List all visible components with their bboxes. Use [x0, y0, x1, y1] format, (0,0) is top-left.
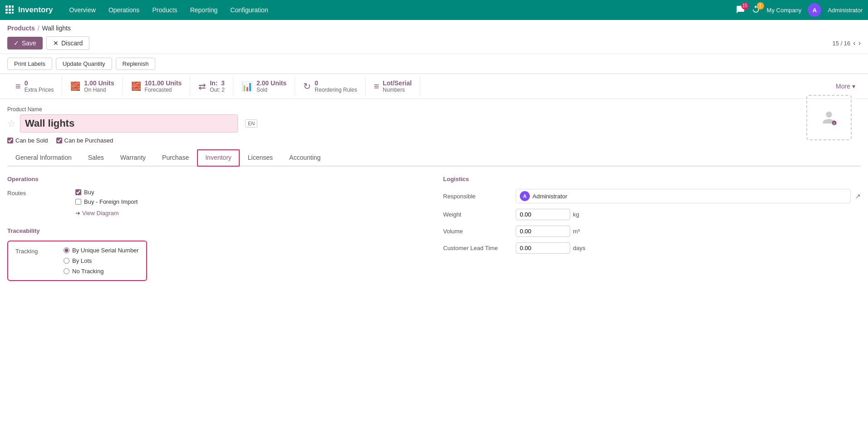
reorder-icon: ↻	[303, 81, 311, 92]
weight-label: Weight	[443, 211, 516, 218]
responsible-name: Administrator	[533, 193, 567, 200]
logistics-section-title: Logistics	[443, 176, 861, 182]
tab-general-information[interactable]: General Information	[7, 149, 80, 167]
volume-input[interactable]	[516, 226, 570, 237]
onhand-icon: 🧱	[70, 81, 80, 91]
update-quantity-button[interactable]: Update Quantity	[56, 58, 112, 70]
main-nav: Overview Operations Products Reporting C…	[64, 4, 736, 16]
tab-warranty[interactable]: Warranty	[112, 149, 154, 167]
traceability-section-title: Traceability	[7, 227, 425, 234]
lead-time-input[interactable]	[516, 242, 570, 254]
tab-content-inventory: Operations Routes Buy Buy - Foreign Impo…	[7, 176, 861, 288]
responsible-value: A Administrator ↗	[516, 189, 861, 203]
tracking-serial-radio[interactable]	[64, 247, 69, 253]
tracking-none: No Tracking	[64, 268, 139, 275]
replenish-button[interactable]: Replenish	[116, 58, 156, 70]
favorite-icon[interactable]: ☆	[7, 118, 15, 129]
nav-configuration[interactable]: Configuration	[225, 4, 273, 16]
right-column: Logistics Responsible A Administrator ↗ …	[443, 176, 861, 281]
svg-rect-8	[12, 12, 14, 14]
breadcrumb: Products / Wall lights	[0, 20, 868, 34]
stat-forecasted[interactable]: 🧱 101.00 Units Forecasted	[123, 77, 191, 96]
tracking-serial: By Unique Serial Number	[64, 247, 139, 254]
refresh-button[interactable]: 1	[751, 5, 760, 15]
lead-time-value: days	[516, 242, 861, 254]
user-avatar[interactable]: A	[808, 3, 821, 17]
svg-rect-3	[5, 9, 8, 11]
tab-inventory[interactable]: Inventory	[197, 149, 240, 167]
stat-lot-serial[interactable]: ≡ Lot/Serial Numbers	[365, 77, 420, 96]
forecast-icon: 🧱	[131, 81, 141, 91]
routes-value: Buy Buy - Foreign Import ➜ View Diagram	[75, 189, 425, 217]
stat-extra-prices[interactable]: ≡ 0 Extra Prices	[7, 77, 62, 96]
tab-purchase[interactable]: Purchase	[154, 149, 197, 167]
traceability-section: Traceability Tracking By Unique Serial N…	[7, 227, 425, 281]
weight-row: Weight kg	[443, 209, 861, 220]
messages-button[interactable]: 15	[736, 5, 745, 15]
print-labels-button[interactable]: Print Labels	[7, 58, 52, 70]
route-buy-checkbox[interactable]	[75, 189, 81, 195]
breadcrumb-current: Wall lights	[42, 25, 71, 32]
next-page-button[interactable]: ›	[858, 39, 861, 47]
route-foreign-import-checkbox[interactable]	[75, 199, 81, 205]
routes-label: Routes	[7, 189, 75, 197]
tracking-none-label: No Tracking	[72, 268, 104, 275]
more-button[interactable]: More ▾	[830, 80, 861, 93]
svg-rect-6	[5, 12, 8, 14]
btn-toolbar: Print Labels Update Quantity Replenish	[0, 54, 868, 74]
product-name-row: ☆ EN	[7, 114, 861, 133]
nav-overview[interactable]: Overview	[64, 4, 101, 16]
tracking-none-radio[interactable]	[64, 268, 69, 274]
save-button[interactable]: ✓ Save	[7, 37, 43, 49]
photo-upload[interactable]: +	[806, 95, 852, 140]
nav-products[interactable]: Products	[147, 4, 182, 16]
responsible-row: Responsible A Administrator ↗	[443, 189, 861, 203]
product-name-input[interactable]	[20, 114, 238, 133]
tab-sales[interactable]: Sales	[80, 149, 112, 167]
tab-licenses[interactable]: Licenses	[240, 149, 281, 167]
checkboxes-row: Can be Sold Can be Purchased	[7, 137, 861, 144]
weight-value: kg	[516, 209, 861, 220]
action-bar: ✓ Save ✕ Discard 15 / 16 ‹ ›	[0, 34, 868, 54]
routes-field: Routes Buy Buy - Foreign Import ➜	[7, 189, 425, 217]
stat-sold[interactable]: 📊 2.00 Units Sold	[233, 77, 295, 96]
check-icon: ✓	[14, 39, 19, 47]
external-link-icon[interactable]: ↗	[855, 192, 861, 200]
lot-icon: ≡	[374, 81, 379, 92]
tracking-options: By Unique Serial Number By Lots No Track…	[64, 247, 139, 275]
prev-page-button[interactable]: ‹	[853, 39, 855, 47]
stat-in-out[interactable]: ⇄ In: 3 Out: 2	[190, 77, 233, 96]
tracking-serial-label: By Unique Serial Number	[72, 247, 139, 254]
view-diagram-link[interactable]: ➜ View Diagram	[75, 210, 425, 217]
transfer-icon: ⇄	[198, 81, 206, 92]
top-nav: Inventory Overview Operations Products R…	[0, 0, 868, 20]
nav-reporting[interactable]: Reporting	[185, 4, 223, 16]
responsible-field[interactable]: A Administrator	[516, 189, 851, 203]
volume-label: Volume	[443, 228, 516, 235]
svg-rect-1	[9, 5, 11, 8]
tracking-label: Tracking	[15, 247, 56, 255]
route-foreign-import-label: Buy - Foreign Import	[84, 198, 138, 205]
weight-input[interactable]	[516, 209, 570, 220]
list-icon: ≡	[15, 81, 21, 92]
stat-reorder-rules[interactable]: ↻ 0 Reordering Rules	[295, 77, 365, 96]
route-list: Buy Buy - Foreign Import ➜ View Diagram	[75, 189, 425, 217]
stat-on-hand[interactable]: 🧱 1.00 Units On Hand	[62, 77, 123, 96]
pagination: 15 / 16 ‹ ›	[833, 39, 861, 47]
tracking-lots-radio[interactable]	[64, 258, 69, 264]
apps-icon[interactable]	[5, 5, 14, 15]
lead-time-unit: days	[573, 245, 585, 251]
can-be-sold-checkbox[interactable]: Can be Sold	[7, 137, 48, 144]
breadcrumb-parent[interactable]: Products	[7, 25, 35, 32]
nav-operations[interactable]: Operations	[103, 4, 145, 16]
left-column: Operations Routes Buy Buy - Foreign Impo…	[7, 176, 425, 281]
volume-row: Volume m³	[443, 226, 861, 237]
can-be-purchased-checkbox[interactable]: Can be Purchased	[56, 137, 113, 144]
top-right-area: 15 1 My Company A Administrator	[736, 3, 863, 17]
chart-icon: 📊	[242, 81, 253, 92]
discard-button[interactable]: ✕ Discard	[46, 36, 89, 50]
route-foreign-import: Buy - Foreign Import	[75, 198, 425, 205]
x-icon: ✕	[53, 39, 59, 47]
responsible-avatar: A	[520, 191, 530, 201]
tab-accounting[interactable]: Accounting	[281, 149, 329, 167]
